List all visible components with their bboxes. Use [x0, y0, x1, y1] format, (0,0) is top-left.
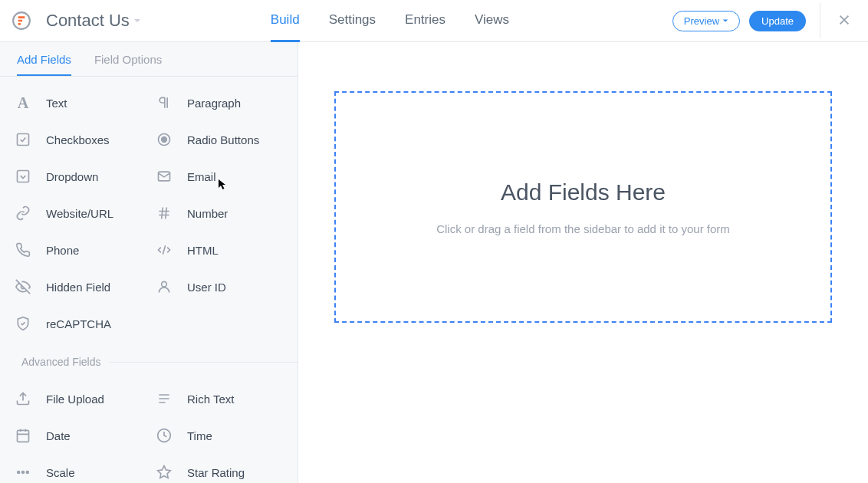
form-title-dropdown[interactable]: Contact Us: [46, 11, 142, 31]
tab-views[interactable]: Views: [475, 0, 509, 42]
field-label: Number: [187, 207, 228, 220]
svg-marker-13: [158, 466, 171, 478]
field-label: Hidden Field: [46, 281, 110, 294]
field-label: Radio Buttons: [187, 133, 259, 146]
field-label: Website/URL: [46, 207, 113, 220]
close-icon[interactable]: [837, 13, 853, 28]
field-number[interactable]: Number: [149, 195, 290, 232]
checkbox-icon: [14, 130, 32, 149]
advanced-fields-grid: File UploadRich TextDateTimeScaleStar Ra…: [0, 373, 298, 483]
field-label: Paragraph: [187, 97, 241, 110]
field-richtext[interactable]: Rich Text: [149, 380, 290, 417]
field-label: Phone: [46, 244, 79, 257]
number-icon: [155, 204, 173, 222]
preview-label: Preview: [684, 15, 719, 27]
svg-point-7: [162, 281, 167, 287]
svg-point-12: [27, 472, 29, 474]
field-url[interactable]: Website/URL: [8, 195, 149, 232]
field-label: Dropdown: [46, 170, 98, 183]
field-dropdown[interactable]: Dropdown: [8, 158, 149, 195]
field-html[interactable]: HTML: [149, 232, 290, 268]
field-label: Text: [46, 97, 67, 110]
sidebar-tab-add-fields[interactable]: Add Fields: [17, 42, 71, 76]
svg-rect-8: [18, 430, 29, 442]
update-button[interactable]: Update: [749, 11, 806, 31]
form-canvas: Add Fields Here Click or drag a field fr…: [298, 42, 868, 483]
field-label: Email: [187, 170, 216, 183]
divider: [820, 3, 820, 38]
field-scale[interactable]: Scale: [8, 454, 149, 483]
field-email[interactable]: Email: [149, 158, 290, 195]
field-label: reCAPTCHA: [46, 317, 111, 330]
field-label: Checkboxes: [46, 133, 110, 146]
basic-fields-grid: ATextParagraphCheckboxesRadio ButtonsDro…: [0, 77, 298, 342]
app-logo-icon[interactable]: [11, 10, 32, 31]
dropzone-subtitle: Click or drag a field from the sidebar t…: [436, 222, 730, 235]
dropdown-icon: [14, 167, 32, 186]
chevron-down-icon: [722, 18, 728, 24]
field-checkbox[interactable]: Checkboxes: [8, 121, 149, 158]
hidden-icon: [14, 278, 32, 296]
sidebar-tabs: Add Fields Field Options: [0, 42, 298, 77]
phone-icon: [14, 241, 32, 259]
field-hidden[interactable]: Hidden Field: [8, 268, 149, 305]
html-icon: [155, 241, 173, 259]
field-text[interactable]: AText: [8, 84, 149, 121]
field-phone[interactable]: Phone: [8, 232, 149, 268]
field-time[interactable]: Time: [149, 417, 290, 454]
richtext-icon: [155, 389, 173, 408]
tab-settings[interactable]: Settings: [329, 0, 376, 42]
field-paragraph[interactable]: Paragraph: [149, 84, 290, 121]
field-recaptcha[interactable]: reCAPTCHA: [8, 305, 149, 342]
field-radio[interactable]: Radio Buttons: [149, 121, 290, 158]
field-user[interactable]: User ID: [149, 268, 290, 305]
url-icon: [14, 204, 32, 222]
svg-point-11: [22, 472, 25, 474]
field-label: User ID: [187, 281, 226, 294]
field-label: Star Rating: [187, 466, 245, 479]
header: Contact Us Build Settings Entries Views …: [0, 0, 868, 42]
dropzone[interactable]: Add Fields Here Click or drag a field fr…: [334, 91, 832, 323]
field-label: Date: [46, 429, 71, 442]
scale-icon: [14, 463, 32, 481]
recaptcha-icon: [14, 314, 32, 333]
field-label: Time: [187, 429, 212, 442]
advanced-fields-divider: Advanced Fields: [0, 342, 298, 373]
field-label: HTML: [187, 244, 219, 257]
dropzone-title: Add Fields Here: [501, 179, 666, 205]
star-icon: [155, 463, 173, 481]
time-icon: [155, 426, 173, 445]
field-label: Rich Text: [187, 393, 234, 406]
svg-point-4: [162, 137, 167, 143]
svg-point-10: [18, 472, 20, 474]
field-upload[interactable]: File Upload: [8, 380, 149, 417]
field-star[interactable]: Star Rating: [149, 454, 290, 483]
field-date[interactable]: Date: [8, 417, 149, 454]
sidebar-tab-field-options[interactable]: Field Options: [94, 42, 162, 76]
svg-rect-2: [18, 134, 29, 146]
chevron-down-icon: [133, 16, 142, 25]
divider-line: [109, 362, 298, 363]
email-icon: [155, 167, 173, 186]
svg-text:A: A: [18, 94, 29, 111]
paragraph-icon: [155, 94, 173, 112]
user-icon: [155, 278, 173, 296]
preview-button[interactable]: Preview: [672, 11, 740, 31]
field-label: Scale: [46, 466, 75, 479]
tab-build[interactable]: Build: [271, 0, 300, 42]
main-nav-tabs: Build Settings Entries Views: [271, 0, 509, 42]
form-title-text: Contact Us: [46, 11, 130, 31]
upload-icon: [14, 389, 32, 408]
svg-rect-5: [18, 171, 29, 182]
advanced-fields-label: Advanced Fields: [21, 356, 109, 368]
sidebar: Add Fields Field Options ATextParagraphC…: [0, 42, 298, 483]
field-label: File Upload: [46, 393, 104, 406]
tab-entries[interactable]: Entries: [405, 0, 446, 42]
text-icon: A: [14, 94, 32, 112]
date-icon: [14, 426, 32, 445]
radio-icon: [155, 130, 173, 149]
